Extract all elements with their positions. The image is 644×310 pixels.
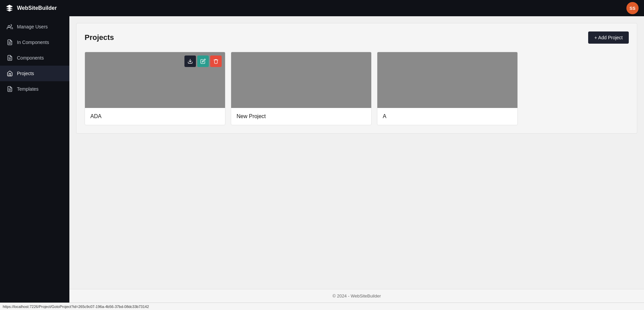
users-icon: [7, 24, 13, 30]
project-card-new-project[interactable]: New Project: [231, 52, 372, 125]
file-icon-in-components: [7, 39, 13, 45]
brand: WebSiteBuilder: [5, 4, 57, 12]
sidebar-label-components: Components: [17, 55, 44, 61]
download-icon: [187, 59, 193, 64]
project-thumbnail-new-project: [231, 52, 371, 108]
footer: © 2024 - WebSiteBuilder: [69, 289, 644, 303]
home-icon: [7, 70, 13, 76]
project-card-a[interactable]: A: [377, 52, 518, 125]
brand-name: WebSiteBuilder: [17, 5, 57, 11]
edit-button-ada[interactable]: [197, 56, 209, 67]
projects-container: Projects + Add Project: [76, 23, 637, 134]
sidebar-item-in-components[interactable]: In Components: [0, 35, 69, 50]
sidebar-label-templates: Templates: [17, 86, 39, 92]
topbar: WebSiteBuilder SS: [0, 0, 644, 16]
footer-text: © 2024 - WebSiteBuilder: [332, 293, 381, 298]
content-area: Projects + Add Project: [69, 16, 644, 303]
project-thumbnail-ada: [85, 52, 225, 108]
projects-grid: ADA New Project A: [85, 52, 518, 125]
sidebar-item-manage-users[interactable]: Manage Users: [0, 19, 69, 35]
project-thumbnail-a: [377, 52, 517, 108]
statusbar: https://localhost:7226/Project/GotoProje…: [0, 303, 644, 310]
file-icon-templates: [7, 86, 13, 92]
main-layout: Manage Users In Components Components Pr…: [0, 16, 644, 303]
sidebar-label-manage-users: Manage Users: [17, 24, 48, 29]
sidebar: Manage Users In Components Components Pr…: [0, 16, 69, 303]
project-name-ada: ADA: [85, 108, 225, 125]
project-card-ada[interactable]: ADA: [85, 52, 225, 125]
sidebar-item-templates[interactable]: Templates: [0, 81, 69, 97]
sidebar-item-projects[interactable]: Projects: [0, 66, 69, 81]
project-name-a: A: [377, 108, 517, 125]
sidebar-label-projects: Projects: [17, 71, 34, 76]
projects-header: Projects + Add Project: [85, 31, 629, 44]
card-actions-ada: [184, 56, 222, 67]
add-project-button[interactable]: + Add Project: [588, 31, 629, 44]
delete-icon: [213, 59, 219, 64]
statusbar-url: https://localhost:7226/Project/GotoProje…: [3, 305, 149, 309]
projects-title: Projects: [85, 33, 114, 42]
user-avatar[interactable]: SS: [626, 2, 639, 14]
edit-icon: [200, 59, 206, 64]
delete-button-ada[interactable]: [210, 56, 222, 67]
sidebar-label-in-components: In Components: [17, 40, 49, 45]
sidebar-item-components[interactable]: Components: [0, 50, 69, 66]
project-name-new-project: New Project: [231, 108, 371, 125]
file-icon-components: [7, 55, 13, 61]
download-button-ada[interactable]: [184, 56, 196, 67]
brand-icon: [5, 4, 14, 12]
